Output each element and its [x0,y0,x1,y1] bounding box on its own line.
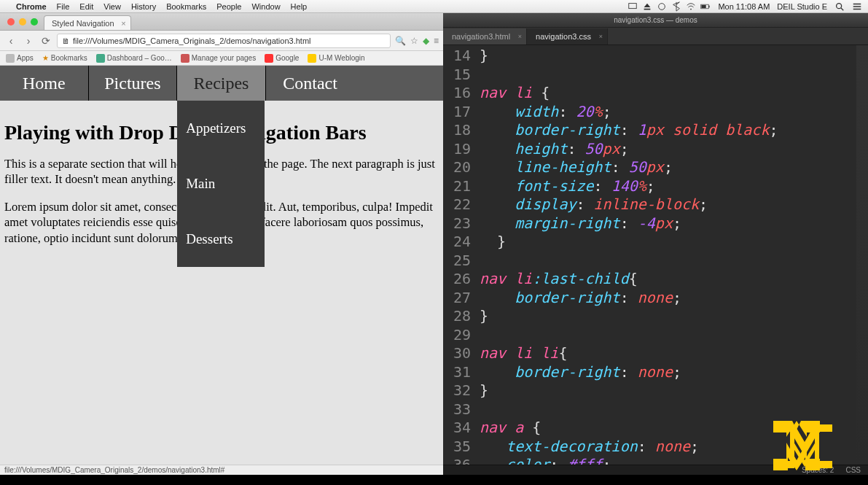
bookmark-apps[interactable]: Apps [6,54,34,63]
bookmark-weblogin[interactable]: U-M Weblogin [308,54,364,63]
bookmarks-bar: Apps ★Bookmarks Dashboard – Goo… Manage … [0,51,443,66]
minimap[interactable] [856,45,868,465]
nav-contact[interactable]: Contact [266,66,355,101]
bookmark-manage[interactable]: Manage your pages [181,54,256,63]
nav-recipes[interactable]: Recipes Appetizers Main Desserts [177,66,266,101]
chrome-toolbar: ‹ › ⟳ 🗎 file:///Volumes/MDIG_Camera_Orig… [0,31,443,51]
video-bottom-bar [0,475,868,485]
code-content[interactable]: } nav li { width: 20%; border-right: 1px… [477,45,868,465]
bookmark-dashboard[interactable]: Dashboard – Goo… [96,54,172,63]
svg-line-7 [841,7,844,10]
page-nav: Home Pictures Recipes Appetizers Main De… [0,66,443,101]
screenshare-icon [627,1,638,12]
menu-app-name[interactable]: Chrome [16,2,47,11]
menu-bookmarks[interactable]: Bookmarks [166,2,206,11]
nav-dropdown: Appetizers Main Desserts [177,101,265,267]
menu-window[interactable]: Window [251,2,280,11]
browser-tab[interactable]: Styled Navigation × [44,15,131,30]
nav-pictures[interactable]: Pictures [89,66,178,101]
dropdown-main[interactable]: Main [177,156,265,212]
status-lang[interactable]: CSS [845,466,861,474]
menu-file[interactable]: File [57,2,70,11]
editor-tab-html[interactable]: navigation3.html × [443,28,527,44]
svg-rect-4 [709,5,710,7]
site-icon [96,54,105,63]
bookmark-bookmarks[interactable]: ★Bookmarks [42,54,87,62]
bluetooth-icon [671,1,681,12]
browser-tab-title: Styled Navigation [52,19,114,28]
nav-home[interactable]: Home [0,66,89,101]
close-icon[interactable]: × [599,33,603,40]
close-icon[interactable]: × [518,33,522,40]
site-icon [181,54,189,63]
michigan-logo-icon [773,421,846,470]
svg-point-6 [837,3,842,8]
dropdown-desserts[interactable]: Desserts [177,212,265,267]
menu-user[interactable]: DEIL Studio E [777,2,827,11]
back-button[interactable]: ‹ [4,34,17,47]
star-icon: ★ [42,54,49,62]
reload-button[interactable]: ⟳ [39,34,52,47]
battery-icon [700,1,711,12]
editor-tab-css[interactable]: navigation3.css × [527,28,608,44]
menu-clock[interactable]: Mon 11:08 AM [718,2,770,11]
chrome-menu-icon[interactable]: ≡ [434,36,439,46]
status-url: file:///Volumes/MDIG_Camera_Originals_2/… [4,466,224,474]
svg-point-2 [691,8,692,9]
chrome-window: Styled Navigation × ‹ › ⟳ 🗎 file:///Volu… [0,13,443,475]
window-close-icon[interactable] [7,18,15,26]
line-gutter: 14 15 16 17 18 19 20 21 22 23 24 25 26 2… [443,45,477,465]
apps-icon [6,54,15,63]
window-minimize-icon[interactable] [19,18,26,26]
forward-button[interactable]: › [22,34,35,47]
site-icon [265,54,273,63]
menu-history[interactable]: History [131,2,156,11]
menu-view[interactable]: View [103,2,121,11]
menu-list-icon[interactable] [852,1,862,12]
code-editor[interactable]: 14 15 16 17 18 19 20 21 22 23 24 25 26 2… [443,45,868,465]
menu-edit[interactable]: Edit [79,2,93,11]
spotlight-icon[interactable] [834,1,845,12]
site-icon [308,54,316,63]
sync-icon [657,1,667,12]
window-zoom-icon[interactable] [31,18,38,26]
svg-rect-5 [702,4,706,7]
dropdown-appetizers[interactable]: Appetizers [177,101,265,156]
star-icon[interactable]: ☆ [410,36,418,46]
file-icon: 🗎 [62,36,70,45]
status-icons [627,1,711,12]
eject-icon [642,1,652,12]
search-icon[interactable]: 🔍 [395,36,406,46]
chrome-tabstrip: Styled Navigation × [0,13,443,31]
svg-rect-0 [629,3,637,8]
bookmark-google[interactable]: Google [265,54,299,63]
svg-point-1 [659,3,665,9]
editor-window-title: navigation3.css — demos [443,13,868,28]
editor-tabstrip: navigation3.html × navigation3.css × [443,28,868,45]
editor-window: navigation3.css — demos navigation3.html… [443,13,868,475]
wifi-icon [686,1,696,12]
extension-icon[interactable]: ◆ [423,36,429,46]
page-viewport[interactable]: Home Pictures Recipes Appetizers Main De… [0,66,443,465]
address-url: file:///Volumes/MDIG_Camera_Originals_2/… [73,36,310,45]
menu-help[interactable]: Help [291,2,308,11]
chrome-status-bar: file:///Volumes/MDIG_Camera_Originals_2/… [0,465,443,475]
close-icon[interactable]: × [121,19,125,28]
address-bar[interactable]: 🗎 file:///Volumes/MDIG_Camera_Originals_… [57,34,391,48]
mac-menu-bar: Chrome File Edit View History Bookmarks … [0,0,868,13]
menu-people[interactable]: People [216,2,241,11]
